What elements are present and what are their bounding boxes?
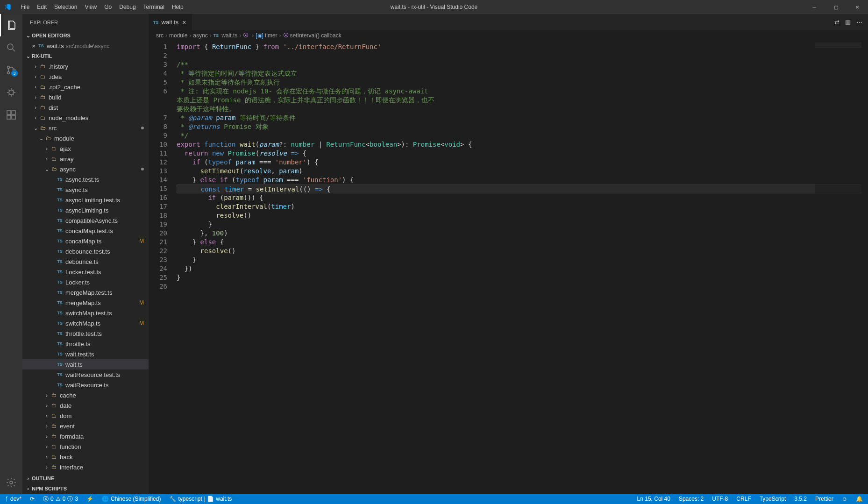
menu-debug[interactable]: Debug: [115, 2, 139, 12]
file-debounce.test.ts[interactable]: TSdebounce.test.ts: [22, 246, 149, 256]
close-button[interactable]: ✕: [847, 0, 868, 14]
menu-help[interactable]: Help: [168, 2, 187, 12]
file-concatMap.ts[interactable]: TSconcatMap.tsM: [22, 236, 149, 246]
status-branch[interactable]: ᚶ dev*: [4, 496, 23, 502]
file-concatMap.test.ts[interactable]: TSconcatMap.test.ts: [22, 226, 149, 236]
menu-file[interactable]: File: [17, 2, 33, 12]
code-line-19[interactable]: }: [177, 220, 868, 229]
minimize-button[interactable]: ─: [804, 0, 825, 14]
folder-ajax[interactable]: ›🗀ajax: [22, 143, 149, 154]
activity-extensions[interactable]: [0, 104, 22, 126]
code-line-9[interactable]: */: [177, 131, 868, 140]
code-line-12[interactable]: if (typeof param === 'number') {: [177, 158, 868, 167]
folder-.history[interactable]: ›🗀.history: [22, 61, 149, 71]
menu-go[interactable]: Go: [100, 2, 115, 12]
file-wait.test.ts[interactable]: TSwait.test.ts: [22, 349, 149, 359]
editor-body[interactable]: 1234567891011121314151617181920212223242…: [149, 41, 868, 494]
file-switchMap.ts[interactable]: TSswitchMap.tsM: [22, 318, 149, 328]
folder-dom[interactable]: ›🗀dom: [22, 411, 149, 421]
status-prettier[interactable]: Prettier: [814, 496, 835, 502]
project-header[interactable]: ⌄ RX-UTIL: [22, 51, 149, 61]
folder-interface[interactable]: ›🗀interface: [22, 462, 149, 472]
open-editors-header[interactable]: ⌄ OPEN EDITORS: [22, 30, 149, 41]
split-editor-icon[interactable]: ▥: [845, 19, 851, 26]
folder-array[interactable]: ›🗀array: [22, 154, 149, 164]
code-line-24[interactable]: }): [177, 264, 868, 273]
folder-date[interactable]: ›🗀date: [22, 400, 149, 411]
breadcrumb-item[interactable]: [◉]timer: [256, 32, 277, 39]
status-language-mode[interactable]: TypeScript: [758, 496, 788, 502]
outline-header[interactable]: › OUTLINE: [22, 473, 149, 483]
close-icon[interactable]: ×: [30, 43, 37, 50]
file-mergeMap.ts[interactable]: TSmergeMap.tsM: [22, 298, 149, 308]
code-line-21[interactable]: } else {: [177, 238, 868, 247]
file-asyncLimiting.ts[interactable]: TSasyncLimiting.ts: [22, 205, 149, 215]
file-debounce.ts[interactable]: TSdebounce.ts: [22, 256, 149, 267]
breadcrumb-item[interactable]: src: [156, 32, 164, 39]
file-asyncLimiting.test.ts[interactable]: TSasyncLimiting.test.ts: [22, 195, 149, 205]
file-tree[interactable]: ›🗀.history›🗀.idea›🗀.rpt2_cache›🗀build›🗀d…: [22, 61, 149, 473]
status-feedback-icon[interactable]: ☺: [840, 496, 849, 502]
code-line-20[interactable]: }, 100): [177, 229, 868, 238]
folder-build[interactable]: ›🗀build: [22, 92, 149, 102]
breadcrumb-item[interactable]: ⦿: [243, 32, 250, 39]
file-wait.ts[interactable]: TSwait.ts: [22, 359, 149, 369]
open-editor-item[interactable]: × TS wait.tssrc\module\async: [22, 41, 149, 51]
file-async.test.ts[interactable]: TSasync.test.ts: [22, 174, 149, 185]
folder-event[interactable]: ›🗀event: [22, 421, 149, 431]
folder-.idea[interactable]: ›🗀.idea: [22, 71, 149, 82]
activity-explorer[interactable]: [0, 14, 22, 36]
menu-view[interactable]: View: [81, 2, 100, 12]
menu-edit[interactable]: Edit: [33, 2, 50, 12]
code-line-13[interactable]: setTimeout(resolve, param): [177, 167, 868, 176]
status-eol[interactable]: CRLF: [735, 496, 752, 502]
folder-hack[interactable]: ›🗀hack: [22, 452, 149, 462]
more-actions-icon[interactable]: ⋯: [856, 19, 862, 26]
folder-src[interactable]: ⌄🗁src: [22, 123, 149, 133]
status-encoding[interactable]: UTF-8: [711, 496, 729, 502]
folder-node_modules[interactable]: ›🗀node_modules: [22, 113, 149, 123]
folder-formdata[interactable]: ›🗀formdata: [22, 431, 149, 441]
menu-terminal[interactable]: Terminal: [140, 2, 168, 12]
code-line-22[interactable]: resolve(): [177, 247, 868, 256]
compare-changes-icon[interactable]: ⇄: [834, 19, 840, 26]
folder-.rpt2_cache[interactable]: ›🗀.rpt2_cache: [22, 82, 149, 92]
status-ln-col[interactable]: Ln 15, Col 40: [636, 496, 672, 502]
folder-function[interactable]: ›🗀function: [22, 441, 149, 452]
tab-close-icon[interactable]: ×: [181, 18, 187, 27]
breadcrumb-item[interactable]: TSwait.ts: [213, 32, 238, 39]
file-compatibleAsync.ts[interactable]: TScompatibleAsync.ts: [22, 215, 149, 226]
code-content[interactable]: import { ReturnFunc } from '../interface…: [177, 41, 868, 494]
code-line-4[interactable]: * 等待指定的时间/等待指定表达式成立: [177, 69, 868, 78]
file-throttle.test.ts[interactable]: TSthrottle.test.ts: [22, 328, 149, 339]
code-line-2[interactable]: [177, 51, 868, 60]
npm-scripts-header[interactable]: › NPM SCRIPTS: [22, 483, 149, 494]
code-line-11[interactable]: return new Promise(resolve => {: [177, 149, 868, 158]
code-line-26[interactable]: [177, 282, 868, 291]
status-problems[interactable]: ⓧ 0 ⚠ 0 ⓘ 3: [42, 495, 79, 503]
code-line-7[interactable]: * @param param 等待时间/等待条件: [177, 114, 868, 122]
code-line-17[interactable]: clearInterval(timer): [177, 202, 868, 211]
status-live[interactable]: ⚡: [85, 496, 95, 502]
code-line-25[interactable]: }: [177, 273, 868, 282]
code-line-16[interactable]: if (param()) {: [177, 193, 868, 202]
file-async.ts[interactable]: TSasync.ts: [22, 185, 149, 195]
code-line-15[interactable]: const timer = setInterval(() => {: [177, 185, 868, 193]
code-line-23[interactable]: }: [177, 256, 868, 264]
breadcrumb-item[interactable]: module: [169, 32, 187, 39]
folder-async[interactable]: ⌄🗁async: [22, 164, 149, 174]
vertical-scrollbar[interactable]: [861, 41, 868, 494]
code-line-8[interactable]: * @returns Promise 对象: [177, 122, 868, 131]
code-line-18[interactable]: resolve(): [177, 211, 868, 220]
status-ts-version[interactable]: 3.5.2: [793, 496, 808, 502]
file-Locker.test.ts[interactable]: TSLocker.test.ts: [22, 267, 149, 277]
activity-settings[interactable]: [0, 471, 22, 494]
folder-module[interactable]: ⌄🗁module: [22, 133, 149, 143]
folder-cache[interactable]: ›🗀cache: [22, 390, 149, 400]
activity-debug[interactable]: [0, 81, 22, 104]
code-line-5[interactable]: * 如果未指定等待条件则立刻执行: [177, 78, 868, 87]
code-line-10[interactable]: export function wait(param?: number | Re…: [177, 140, 868, 149]
breadcrumb-item[interactable]: ⦿ setInterval() callback: [283, 32, 342, 39]
activity-search[interactable]: [0, 36, 22, 59]
status-display-language[interactable]: 🌐 Chinese (Simplified): [100, 496, 162, 502]
